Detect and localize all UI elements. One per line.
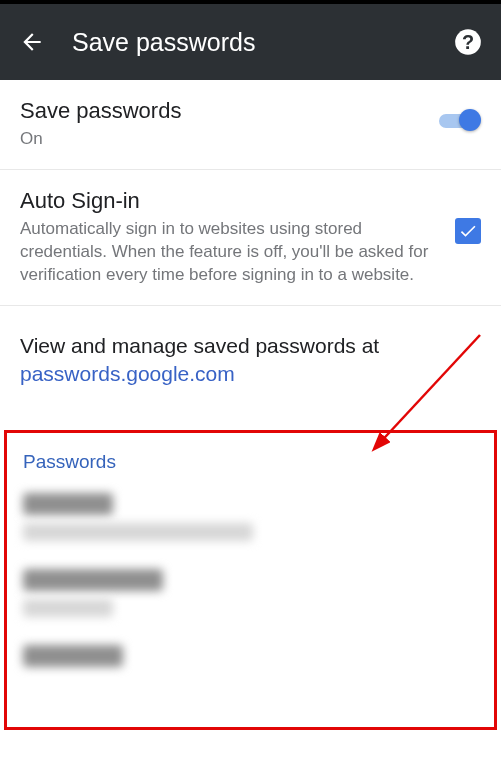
toggle-thumb — [459, 109, 481, 131]
redacted-text — [23, 569, 163, 591]
manage-message: View and manage saved passwords at — [20, 334, 379, 357]
list-item[interactable] — [23, 493, 478, 541]
auto-signin-title: Auto Sign-in — [20, 188, 441, 214]
redacted-text — [23, 493, 113, 515]
save-passwords-toggle[interactable] — [437, 108, 481, 132]
manage-passwords-link[interactable]: passwords.google.com — [20, 362, 235, 385]
redacted-text — [23, 523, 253, 541]
save-passwords-status: On — [20, 128, 419, 151]
arrow-back-icon — [19, 29, 45, 55]
redacted-text — [23, 599, 113, 617]
manage-passwords-text: View and manage saved passwords at passw… — [0, 306, 501, 413]
save-passwords-section: Save passwords On — [0, 80, 501, 170]
help-icon: ? — [454, 28, 482, 56]
svg-text:?: ? — [462, 31, 474, 53]
app-bar: Save passwords ? — [0, 4, 501, 80]
passwords-header: Passwords — [23, 451, 478, 473]
help-button[interactable]: ? — [453, 27, 483, 57]
save-passwords-title: Save passwords — [20, 98, 419, 124]
page-title: Save passwords — [72, 28, 453, 57]
auto-signin-description: Automatically sign in to websites using … — [20, 218, 441, 287]
passwords-list: Passwords — [4, 430, 497, 730]
back-button[interactable] — [18, 28, 46, 56]
list-item[interactable] — [23, 569, 478, 617]
auto-signin-section: Auto Sign-in Automatically sign in to we… — [0, 170, 501, 306]
redacted-text — [23, 645, 123, 667]
check-icon — [458, 221, 478, 241]
list-item[interactable] — [23, 645, 478, 667]
auto-signin-checkbox[interactable] — [455, 218, 481, 244]
